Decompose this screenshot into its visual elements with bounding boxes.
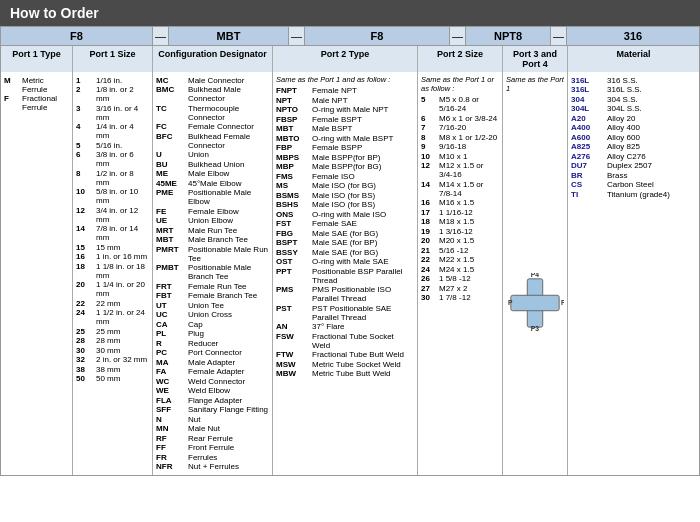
p2s-30: 301 7/8 -12 [421, 293, 499, 302]
p1s-24: 241 1/2 in. or 24 mm [76, 308, 149, 326]
mat-A276: A276Alloy C276 [571, 152, 696, 161]
port2-note: Same as the Port 1 and as follow : [276, 75, 414, 84]
p1s-20: 201 1/4 in. or 20 mm [76, 280, 149, 298]
cfg-BFC: BFCBulkhead Female Connector [156, 132, 269, 150]
p2t-MBW: MBWMetric Tube Butt Weld [276, 369, 414, 378]
p2t-BSSY: BSSYMale SAE (for BG) [276, 248, 414, 257]
col-port2-type: Same as the Port 1 and as follow : FNPTF… [273, 72, 418, 475]
svg-rect-1 [511, 295, 559, 310]
p2t-FMS: FMSFemale ISO [276, 172, 414, 181]
cfg-N: NNut [156, 415, 269, 424]
mat-304L: 304L304L S.S. [571, 104, 696, 113]
col-header-port1-size: Port 1 Size [73, 46, 153, 72]
mat-CS: CSCarbon Steel [571, 180, 696, 189]
col-port1-type: M Metric Ferrule F Fractional Ferrule [1, 72, 73, 475]
cfg-NFR: NFRNut + Ferrules [156, 462, 269, 471]
p1s-25: 2525 mm [76, 327, 149, 336]
cfg-ME: MEMale Elbow [156, 169, 269, 178]
p2t-OST: OSTO-ring with Male SAE [276, 257, 414, 266]
band-mbt: MBT [169, 27, 289, 45]
cfg-FC: FCFemale Connector [156, 122, 269, 131]
mat-316L: 316L316L S.S. [571, 85, 696, 94]
p2t-BSPT: BSPTMale SAE (for BP) [276, 238, 414, 247]
mat-304: 304304 S.S. [571, 95, 696, 104]
p1s-15: 1515 mm [76, 243, 149, 252]
svg-text:P: P [508, 299, 513, 306]
band-dash-4: — [551, 27, 567, 45]
band-f8-right: F8 [305, 27, 450, 45]
p2t-BSMS: BSMSMale ISO (for BS) [276, 191, 414, 200]
cfg-SFF: SFFSanitary Flange Fitting [156, 405, 269, 414]
p2s-12: 12M12 x 1.5 or 3/4-16 [421, 161, 499, 179]
p2t-FNPT: FNPTFemale NPT [276, 86, 414, 95]
p1s-22: 2222 mm [76, 299, 149, 308]
p2s-10: 10M10 x 1 [421, 152, 499, 161]
cfg-U: UUnion [156, 150, 269, 159]
p1s-10: 105/8 in. or 10 mm [76, 187, 149, 205]
cfg-PL: PLPlug [156, 329, 269, 338]
mat-DU7: DU7Duplex 2507 [571, 161, 696, 170]
cfg-UT: UTUnion Tee [156, 301, 269, 310]
p1s-38: 3838 mm [76, 365, 149, 374]
p1s-8: 81/2 in. or 8 mm [76, 169, 149, 187]
mat-A400: A400Alloy 400 [571, 123, 696, 132]
p2s-22: 22M22 x 1.5 [421, 255, 499, 264]
mat-A600: A600Alloy 600 [571, 133, 696, 142]
p1s-6: 63/8 in. or 6 mm [76, 150, 149, 168]
p2s-27: 27M27 x 2 [421, 284, 499, 293]
col-header-port2-type: Port 2 Type [273, 46, 418, 72]
port1-type-m: M Metric Ferrule [4, 76, 69, 94]
p2s-14: 14M14 x 1.5 or 7/8-14 [421, 180, 499, 198]
p2t-FBSP: FBSPFemale BSPT [276, 115, 414, 124]
band-dash-2: — [289, 27, 305, 45]
p1s-4: 41/4 in. or 4 mm [76, 122, 149, 140]
p2t-MBP: MBPMale BSPP(for BG) [276, 162, 414, 171]
cfg-UC: UCUnion Cross [156, 310, 269, 319]
port3-note: Same as the Port 1 [506, 75, 564, 93]
col-port2-size: Same as the Port 1 or as follow : 5M5 x … [418, 72, 503, 475]
mat-BR: BRBrass [571, 171, 696, 180]
p2t-FST: FSTFemale SAE [276, 219, 414, 228]
cfg-FR: FRFerrules [156, 453, 269, 462]
p2s-16: 16M16 x 1.5 [421, 198, 499, 207]
p1s-32: 322 in. or 32 mm [76, 355, 149, 364]
p2t-FBG: FBGMale SAE (for BG) [276, 229, 414, 238]
cfg-PME: PMEPositionable Male Elbow [156, 188, 269, 206]
cfg-WE: WEWeld Elbow [156, 386, 269, 395]
svg-text:P2: P2 [561, 299, 564, 306]
p2t-ONS: ONSO-ring with Male ISO [276, 210, 414, 219]
p2t-MBTO: MBTOO-ring with Male BSPT [276, 134, 414, 143]
cfg-PC: PCPort Connector [156, 348, 269, 357]
p1s-30: 3030 mm [76, 346, 149, 355]
p1s-12: 123/4 in. or 12 mm [76, 206, 149, 224]
col-header-config: Configuration Designator [153, 46, 273, 72]
p2s-9: 99/16-18 [421, 142, 499, 151]
cfg-BU: BUBulkhead Union [156, 160, 269, 169]
p2t-NPT: NPTMale NPT [276, 96, 414, 105]
p2s-5: 5M5 x 0.8 or 5/16-24 [421, 95, 499, 113]
p1s-5: 55/16 in. [76, 141, 149, 150]
band-dash-1: — [153, 27, 169, 45]
p2t-PMS: PMSPMS Positionable ISO Parallel Thread [276, 285, 414, 303]
col-config: MCMale Connector BMCBulkhead Male Connec… [153, 72, 273, 475]
cfg-WC: WCWeld Connector [156, 377, 269, 386]
mat-316: 316L316 S.S. [571, 76, 696, 85]
cfg-MRT: MRTMale Run Tee [156, 226, 269, 235]
p2t-MBPS: MBPSMale BSPP(for BP) [276, 153, 414, 162]
p1s-1: 11/16 in. [76, 76, 149, 85]
col-header-material: Material [568, 46, 699, 72]
p1s-14: 147/8 in. or 14 mm [76, 224, 149, 242]
band-316: 316 [567, 27, 699, 45]
cfg-FA: FAFemale Adapter [156, 367, 269, 376]
svg-text:P3: P3 [531, 325, 540, 332]
cfg-UE: UEUnion Elbow [156, 216, 269, 225]
cfg-PMRT: PMRTPositionable Male Run Tee [156, 245, 269, 263]
cross-diagram-svg: P4 P2 P3 P [506, 273, 564, 333]
band-npt8: NPT8 [466, 27, 551, 45]
cfg-MN: MNMale Nut [156, 424, 269, 433]
cfg-FE: FEFemale Elbow [156, 207, 269, 216]
p2t-FSW: FSWFractional Tube Socket Weld [276, 332, 414, 350]
cfg-R: RReducer [156, 339, 269, 348]
col-header-port1-type: Port 1 Type [1, 46, 73, 72]
p2t-NPTO: NPTOO-ring with Male NPT [276, 105, 414, 114]
